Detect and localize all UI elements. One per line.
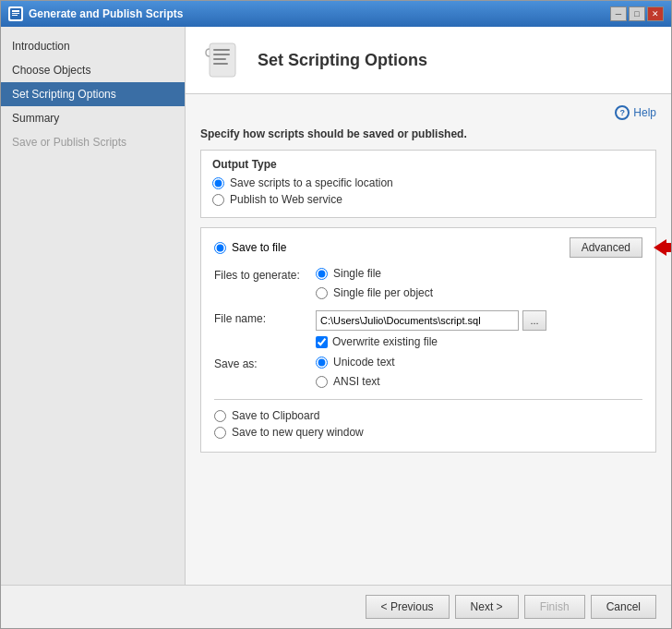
previous-button[interactable]: < Previous xyxy=(366,595,450,619)
save-to-clipboard-row: Save to Clipboard xyxy=(214,409,642,422)
unicode-radio[interactable] xyxy=(316,357,328,369)
save-to-file-group: Save to file Advanced xyxy=(200,227,656,453)
svg-rect-3 xyxy=(12,15,18,16)
sidebar-item-introduction[interactable]: Introduction xyxy=(1,34,185,58)
radio-single-file-per-object: Single file per object xyxy=(316,286,433,299)
main-body: ? Help Specify how scripts should be sav… xyxy=(186,94,671,585)
save-to-query-row: Save to new query window xyxy=(214,426,642,439)
page-title: Set Scripting Options xyxy=(258,51,427,70)
output-type-label: Output Type xyxy=(212,158,644,171)
title-bar-left: Generate and Publish Scripts xyxy=(8,6,183,21)
page-header: Set Scripting Options xyxy=(186,27,671,94)
cancel-button[interactable]: Cancel xyxy=(591,595,656,619)
file-name-input-row: ... xyxy=(316,310,546,331)
help-row: ? Help xyxy=(200,105,656,120)
main-window: Generate and Publish Scripts ─ □ ✕ Intro… xyxy=(0,0,672,629)
sidebar-item-save-or-publish: Save or Publish Scripts xyxy=(1,130,185,154)
arrow-body xyxy=(666,243,671,252)
help-link[interactable]: ? Help xyxy=(615,105,656,120)
save-as-row: Save as: Unicode text ANSI text xyxy=(214,356,642,392)
publish-web-label[interactable]: Publish to Web service xyxy=(230,193,342,206)
window-title: Generate and Publish Scripts xyxy=(29,7,183,20)
file-name-label: File name: xyxy=(214,310,316,325)
save-as-controls: Unicode text ANSI text xyxy=(316,356,395,392)
title-bar: Generate and Publish Scripts ─ □ ✕ xyxy=(1,1,671,27)
radio-publish-web: Publish to Web service xyxy=(212,193,644,206)
sidebar-item-summary[interactable]: Summary xyxy=(1,106,185,130)
sidebar-item-set-scripting-options[interactable]: Set Scripting Options xyxy=(1,82,185,106)
advanced-button[interactable]: Advanced xyxy=(570,237,642,258)
save-to-file-row: Save to file xyxy=(214,241,286,254)
overwrite-label[interactable]: Overwrite existing file xyxy=(332,335,438,348)
file-name-input[interactable] xyxy=(316,310,519,331)
svg-rect-2 xyxy=(12,13,19,14)
save-as-label: Save as: xyxy=(214,356,316,370)
maximize-button[interactable]: □ xyxy=(629,6,645,21)
window-controls: ─ □ ✕ xyxy=(610,6,664,21)
files-to-generate-label: Files to generate: xyxy=(214,267,316,282)
finish-button: Finish xyxy=(524,595,585,619)
svg-rect-5 xyxy=(213,49,230,51)
main-panel: Set Scripting Options ? Help Specify how… xyxy=(186,27,671,585)
overwrite-checkbox-row: Overwrite existing file xyxy=(316,335,546,348)
minimize-button[interactable]: ─ xyxy=(610,6,627,21)
instruction-text: Specify how scripts should be saved or p… xyxy=(200,127,656,140)
save-clipboard-radio[interactable] xyxy=(214,410,226,422)
sidebar-item-choose-objects[interactable]: Choose Objects xyxy=(1,58,185,82)
save-to-file-label[interactable]: Save to file xyxy=(232,241,286,254)
ansi-radio[interactable] xyxy=(316,376,328,388)
svg-rect-7 xyxy=(213,58,226,60)
next-button[interactable]: Next > xyxy=(455,595,519,619)
publish-web-radio[interactable] xyxy=(212,194,224,206)
radio-ansi: ANSI text xyxy=(316,375,395,388)
advanced-container: Advanced xyxy=(570,237,642,258)
svg-rect-6 xyxy=(213,54,230,55)
single-file-per-object-label[interactable]: Single file per object xyxy=(333,286,433,299)
save-query-radio[interactable] xyxy=(214,427,226,439)
save-specific-radio[interactable] xyxy=(212,177,224,189)
svg-rect-1 xyxy=(12,10,19,12)
save-specific-label[interactable]: Save scripts to a specific location xyxy=(230,176,393,189)
single-file-per-object-radio[interactable] xyxy=(316,287,328,299)
output-type-group: Output Type Save scripts to a specific l… xyxy=(200,150,656,218)
save-to-file-radio[interactable] xyxy=(214,242,226,254)
content-area: Introduction Choose Objects Set Scriptin… xyxy=(1,27,671,585)
overwrite-checkbox[interactable] xyxy=(316,336,328,348)
radio-save-specific: Save scripts to a specific location xyxy=(212,176,644,189)
page-icon xyxy=(200,38,245,82)
svg-rect-8 xyxy=(213,63,228,65)
single-file-radio[interactable] xyxy=(316,268,328,280)
radio-single-file: Single file xyxy=(316,267,433,280)
ansi-label[interactable]: ANSI text xyxy=(333,375,380,388)
app-icon xyxy=(8,6,23,21)
footer: < Previous Next > Finish Cancel xyxy=(1,585,671,628)
browse-button[interactable]: ... xyxy=(522,310,546,331)
inner-group-header: Save to file Advanced xyxy=(214,237,642,258)
save-clipboard-label[interactable]: Save to Clipboard xyxy=(232,409,319,422)
files-to-generate-row: Files to generate: Single file Single fi… xyxy=(214,267,642,303)
files-to-generate-controls: Single file Single file per object xyxy=(316,267,433,303)
single-file-label[interactable]: Single file xyxy=(333,267,381,280)
save-query-label[interactable]: Save to new query window xyxy=(232,426,364,439)
divider xyxy=(214,399,642,400)
close-button[interactable]: ✕ xyxy=(647,6,664,21)
unicode-label[interactable]: Unicode text xyxy=(333,356,395,369)
help-icon: ? xyxy=(615,105,630,120)
file-name-controls: ... Overwrite existing file xyxy=(316,310,546,348)
file-name-row: File name: ... Overwrite existing file xyxy=(214,310,642,348)
sidebar: Introduction Choose Objects Set Scriptin… xyxy=(1,27,186,585)
radio-unicode: Unicode text xyxy=(316,356,395,369)
arrow-head xyxy=(654,239,666,256)
red-arrow-indicator xyxy=(654,239,671,256)
